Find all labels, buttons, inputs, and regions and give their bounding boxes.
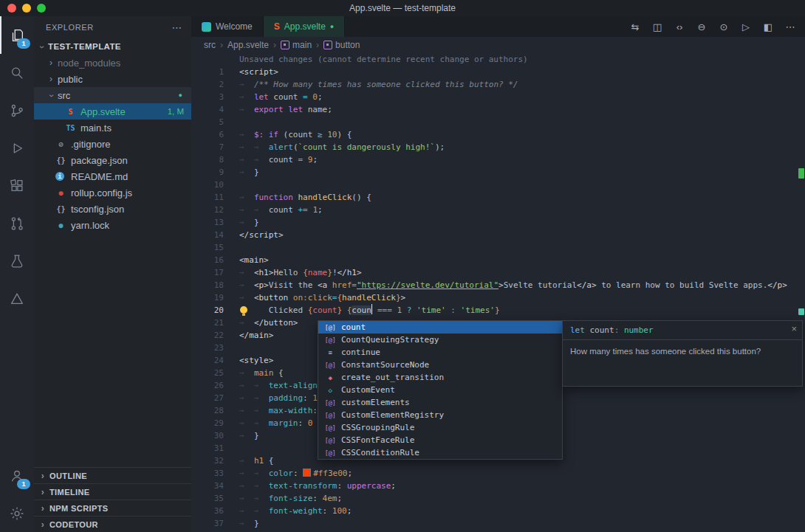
- line-number[interactable]: 33: [191, 467, 224, 480]
- explorer-item-package-json[interactable]: {}package.json: [34, 152, 191, 168]
- line-number[interactable]: 11: [191, 191, 224, 204]
- explorer-item-test-template[interactable]: ›TEST-TEMPLATE: [34, 38, 191, 55]
- suggestion-cssfontfacerule[interactable]: [@]CSSFontFaceRule: [318, 434, 562, 446]
- breadcrumb-main[interactable]: main: [281, 40, 312, 50]
- code-line[interactable]: 37→ }: [191, 517, 805, 530]
- codetour-icon[interactable]: [0, 280, 34, 317]
- line-number[interactable]: 18: [191, 279, 224, 291]
- code-line[interactable]: 10: [191, 179, 805, 191]
- explorer-item-main-ts[interactable]: TSmain.ts: [34, 120, 191, 136]
- line-number[interactable]: 21: [191, 317, 224, 329]
- code-line[interactable]: 19→ <button on:click={handleClick}>: [191, 291, 805, 304]
- minimize-button[interactable]: [22, 4, 31, 13]
- line-number[interactable]: 14: [191, 229, 224, 241]
- code-line[interactable]: 12→ → count += 1;: [191, 204, 805, 216]
- line-number[interactable]: 17: [191, 266, 224, 279]
- code-line[interactable]: 9→ }: [191, 166, 805, 179]
- suggestion-cssgroupingrule[interactable]: [@]CSSGroupingRule: [318, 421, 562, 434]
- line-number[interactable]: 28: [191, 404, 224, 417]
- code-line[interactable]: 35→ → font-size: 4em;: [191, 492, 805, 505]
- code-line[interactable]: 33→ → color: #ff3e00;: [191, 467, 805, 480]
- blame-annotation[interactable]: Unsaved changes (cannot determine recent…: [191, 53, 805, 66]
- code-line[interactable]: 5: [191, 116, 805, 128]
- more-actions-icon[interactable]: ⋯: [171, 21, 182, 33]
- step-back-icon[interactable]: ⊖: [691, 18, 712, 35]
- code-line[interactable]: 6→ $: if (count ≥ 10) {: [191, 128, 805, 141]
- line-number[interactable]: 35: [191, 492, 224, 505]
- breadcrumb-src[interactable]: src: [204, 40, 216, 50]
- section-timeline[interactable]: ›TIMELINE: [34, 483, 191, 500]
- line-number[interactable]: 8: [191, 153, 224, 166]
- line-number[interactable]: 24: [191, 354, 224, 367]
- line-number[interactable]: 30: [191, 429, 224, 442]
- section-codetour[interactable]: ›CODETOUR: [34, 516, 191, 532]
- explorer-item-rollup-config-js[interactable]: ●rollup.config.js: [34, 184, 191, 201]
- line-number[interactable]: 12: [191, 204, 224, 216]
- line-number[interactable]: 16: [191, 254, 224, 266]
- line-number[interactable]: 5: [191, 116, 224, 128]
- breadcrumb-app-svelte[interactable]: App.svelte: [227, 40, 269, 50]
- suggestion-customevent[interactable]: ◇CustomEvent: [318, 384, 562, 396]
- github-pull-requests-icon[interactable]: [0, 204, 34, 242]
- code-line[interactable]: 18→ <p>Visit the <a href="https://svelte…: [191, 279, 805, 291]
- suggestion-customelementregistry[interactable]: [@]CustomElementRegistry: [318, 409, 562, 421]
- code-line[interactable]: 14</script>: [191, 229, 805, 241]
- line-number[interactable]: 32: [191, 455, 224, 467]
- suggestion-customelements[interactable]: [@]customElements: [318, 396, 562, 409]
- code-line[interactable]: 3→ let count = 0;: [191, 91, 805, 103]
- open-preview-icon[interactable]: ◫: [647, 18, 668, 35]
- line-number[interactable]: 13: [191, 216, 224, 229]
- explorer-item-readme-md[interactable]: iREADME.md: [34, 168, 191, 184]
- code-line[interactable]: 13→ }: [191, 216, 805, 229]
- line-number[interactable]: 20: [191, 304, 224, 317]
- extensions-icon[interactable]: [0, 167, 34, 204]
- explorer-item-node-modules[interactable]: ›node_modules: [34, 55, 191, 71]
- explorer-item-public[interactable]: ›public: [34, 71, 191, 87]
- explorer-item-app-svelte[interactable]: SApp.svelte1, M: [34, 103, 191, 120]
- line-number[interactable]: 26: [191, 379, 224, 392]
- code-line[interactable]: 15: [191, 241, 805, 254]
- line-number[interactable]: 31: [191, 442, 224, 455]
- line-number[interactable]: 7: [191, 141, 224, 153]
- line-number[interactable]: 10: [191, 179, 224, 191]
- code-editor[interactable]: Unsaved changes (cannot determine recent…: [191, 53, 805, 532]
- account-icon[interactable]: 1: [0, 457, 34, 494]
- code-line[interactable]: 20 Clicked {count} {coun === 1 ? 'time' …: [191, 304, 805, 317]
- code-line[interactable]: 1<script>: [191, 66, 805, 78]
- line-number[interactable]: 19: [191, 291, 224, 304]
- breadcrumb-button[interactable]: button: [323, 40, 360, 50]
- code-line[interactable]: 34→ → text-transform: uppercase;: [191, 480, 805, 492]
- suggestion-create-out-transition[interactable]: ◆create_out_transition: [318, 371, 562, 384]
- line-number[interactable]: 1: [191, 66, 224, 78]
- code-line[interactable]: 8→ → count = 9;: [191, 153, 805, 166]
- close-button[interactable]: [7, 4, 16, 13]
- line-number[interactable]: 36: [191, 505, 224, 517]
- test-explorer-icon[interactable]: [0, 242, 34, 280]
- explorer-item-yarn-lock[interactable]: ●yarn.lock: [34, 217, 191, 233]
- zoom-button[interactable]: [37, 4, 46, 13]
- close-icon[interactable]: ×: [791, 323, 797, 334]
- code-line[interactable]: 17→ <h1>Hello {name}!</h1>: [191, 266, 805, 279]
- code-line[interactable]: 7→ → alert(`count is dangerously high!`)…: [191, 141, 805, 153]
- code-line[interactable]: 4→ export let name;: [191, 103, 805, 116]
- suggestion-constantsourcenode[interactable]: [@]ConstantSourceNode: [318, 359, 562, 371]
- line-number[interactable]: 23: [191, 342, 224, 354]
- line-number[interactable]: 6: [191, 128, 224, 141]
- explorer-item-src[interactable]: ›src●: [34, 87, 191, 103]
- line-number[interactable]: 4: [191, 103, 224, 116]
- line-number[interactable]: 2: [191, 78, 224, 91]
- explorer-item-gitignore[interactable]: ⊘.gitignore: [34, 136, 191, 152]
- tab-app-svelte[interactable]: SApp.svelte●: [264, 16, 346, 37]
- code-line[interactable]: 11→ function handleClick() {: [191, 191, 805, 204]
- search-icon[interactable]: [0, 54, 34, 91]
- step-through-icon[interactable]: ⊙: [713, 18, 734, 35]
- code-line[interactable]: 16<main>: [191, 254, 805, 266]
- line-number[interactable]: 27: [191, 392, 224, 404]
- line-number[interactable]: 15: [191, 241, 224, 254]
- suggestion-count[interactable]: [@]count: [318, 321, 562, 334]
- more-actions-icon[interactable]: ⋯: [780, 18, 801, 35]
- line-number[interactable]: 37: [191, 517, 224, 530]
- compare-changes-icon[interactable]: ⇆: [625, 18, 645, 35]
- line-number[interactable]: 29: [191, 417, 224, 429]
- suggestion-countqueuingstrategy[interactable]: [@]CountQueuingStrategy: [318, 334, 562, 346]
